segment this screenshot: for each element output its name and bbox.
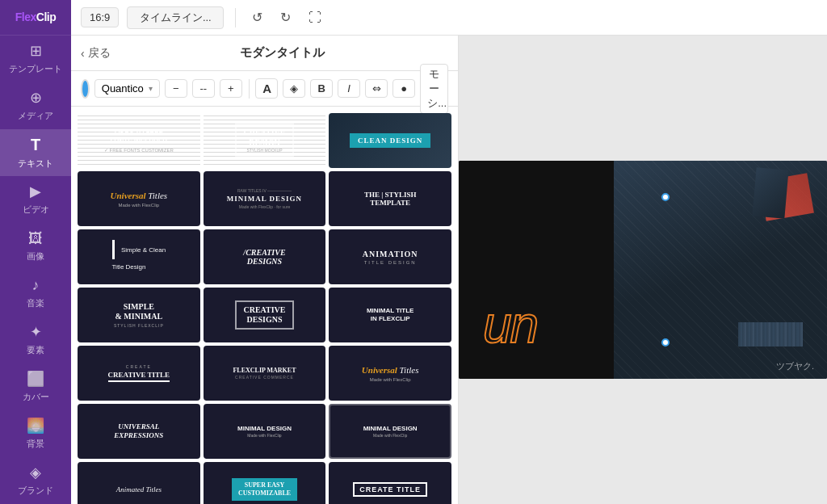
template-card[interactable]: /CREATIVEDESIGNS <box>204 229 326 284</box>
sidebar-item-label: テキスト <box>18 158 53 170</box>
template-card[interactable]: CREATIVEDESIGN STYLISH MOCKUP <box>204 113 326 168</box>
font-selector[interactable]: Quantico ▾ <box>94 79 160 98</box>
sidebar-item-text[interactable]: T テキスト <box>0 129 71 176</box>
back-label: 戻る <box>88 46 111 61</box>
media-icon: ⊕ <box>30 89 42 107</box>
sidebar-item-label: 要素 <box>27 344 44 356</box>
template-card[interactable]: RAW TITLES IV —————— MINIMAL DESIGN Made… <box>204 171 326 226</box>
sidebar-item-audio[interactable]: ♪ 音楽 <box>0 270 71 317</box>
template-card[interactable]: Universal Titles Made with FlexClip <box>78 171 200 226</box>
color-swatch[interactable] <box>81 79 90 99</box>
cover-icon: ⬜ <box>27 370 44 388</box>
template-card[interactable]: UNIVERSALEXPRESSIONS <box>78 404 200 459</box>
fill-color-button[interactable]: ◈ <box>283 79 305 98</box>
topbar: 16:9 タイムライン... ↺ ↻ ⛶ <box>71 0 827 36</box>
content-row: ‹ 戻る モダンタイトル Quantico ▾ − -- + A ◈ B I <box>71 36 827 504</box>
main-area: 16:9 タイムライン... ↺ ↻ ⛶ ‹ 戻る モダンタイトル Quanti… <box>71 0 827 504</box>
panel-title: モダンタイトル <box>117 45 448 61</box>
panel-header: ‹ 戻る モダンタイトル <box>71 36 458 71</box>
template-card[interactable]: Universal Titles Made with FlexClip <box>329 346 451 401</box>
font-size-value[interactable]: -- <box>192 79 215 98</box>
fullscreen-button[interactable]: ⛶ <box>304 7 326 28</box>
letter-spacing-button[interactable]: ⇔ <box>365 79 388 98</box>
text-icon: T <box>31 136 40 154</box>
canvas-watermark: ツブヤク. <box>776 360 814 372</box>
image-icon: 🖼 <box>28 230 43 247</box>
sidebar-item-video[interactable]: ▶ ビデオ <box>0 176 71 223</box>
canvas-preview: un ツブヤク. <box>459 161 827 379</box>
sidebar-item-background[interactable]: 🌅 背景 <box>0 410 71 457</box>
text-color-button[interactable]: A <box>255 78 278 99</box>
text-toolbar: Quantico ▾ − -- + A ◈ B I ⇔ ● モーシ... <box>71 71 458 107</box>
sidebar-item-label: 背景 <box>27 438 44 450</box>
selection-handle-top[interactable] <box>661 193 670 201</box>
template-card[interactable]: CREATIVEDESIGNS <box>204 288 326 342</box>
chevron-down-icon: ▾ <box>149 84 153 93</box>
audio-icon: ♪ <box>32 277 40 294</box>
template-card[interactable]: CREATE TITLE <box>329 462 451 504</box>
timeline-button[interactable]: タイムライン... <box>127 6 224 29</box>
undo-button[interactable]: ↺ <box>247 6 267 28</box>
background-icon: 🌅 <box>27 417 44 435</box>
canvas-area: ‹ un ツブヤク. <box>459 36 827 504</box>
sidebar-item-label: ブランド <box>18 485 53 497</box>
brand-icon: ◈ <box>30 464 41 481</box>
app-logo[interactable]: FlexClip <box>0 0 71 36</box>
template-card[interactable]: SIMPLE& MINIMAL STYLISH FLEXCLIP <box>78 288 200 342</box>
template-card[interactable]: MINIMAL DESIGN Made with FlexClip <box>204 404 326 459</box>
template-card[interactable]: MINIMAL TITLEIN FLEXCLIP <box>329 288 451 342</box>
templates-grid: LIKES TO FREEFONTS INCLUDED ✓ FREE FONTS… <box>71 107 458 504</box>
back-chevron-icon: ‹ <box>81 47 85 60</box>
template-panel: ‹ 戻る モダンタイトル Quantico ▾ − -- + A ◈ B I <box>71 36 459 504</box>
template-card[interactable]: ANIMATION TITLE DESIGN <box>329 229 451 284</box>
template-card[interactable]: LIKES TO FREEFONTS INCLUDED ✓ FREE FONTS… <box>78 113 200 168</box>
canvas-text[interactable]: un <box>483 295 537 355</box>
italic-button[interactable]: I <box>338 79 360 98</box>
font-name: Quantico <box>102 82 144 94</box>
font-size-plus-button[interactable]: + <box>220 79 242 98</box>
back-button[interactable]: ‹ 戻る <box>81 46 111 61</box>
effects-button[interactable]: ● <box>393 79 415 98</box>
sidebar-item-media[interactable]: ⊕ メディア <box>0 82 71 129</box>
topbar-separator <box>235 8 236 27</box>
template-card[interactable]: Simple & CleanTitle Design <box>78 229 200 284</box>
logo-text: FlexClip <box>15 10 56 23</box>
sidebar-item-image[interactable]: 🖼 画像 <box>0 223 71 270</box>
template-card[interactable]: THE | STYLISHTEMPLATE <box>329 171 451 226</box>
sidebar-item-label: テンプレート <box>9 63 62 75</box>
canvas-background <box>614 161 827 379</box>
sidebar-item-cover[interactable]: ⬜ カバー <box>0 363 71 410</box>
template-card[interactable]: CREATE CREATIVE TITLE <box>78 346 200 401</box>
aspect-ratio-button[interactable]: 16:9 <box>81 7 119 27</box>
template-card[interactable]: FLEXCLIP MARKET CREATIVE COMMERCE <box>204 346 326 401</box>
sidebar-item-label: 画像 <box>27 250 44 262</box>
template-icon: ⊞ <box>30 42 42 60</box>
sidebar-item-elements[interactable]: ✦ 要素 <box>0 317 71 363</box>
template-card[interactable]: CLEAN DESIGN <box>329 113 451 168</box>
template-card[interactable]: MINIMAL DESIGN Made with FlexClip <box>329 404 451 459</box>
sidebar-item-label: カバー <box>23 391 49 403</box>
bold-button[interactable]: B <box>310 79 333 98</box>
video-icon: ▶ <box>30 183 41 200</box>
sidebar-item-brand[interactable]: ◈ ブランド <box>0 457 71 504</box>
sidebar-item-label: 音楽 <box>27 297 44 309</box>
sidebar-item-label: ビデオ <box>23 204 49 216</box>
redo-button[interactable]: ↻ <box>275 6 296 28</box>
template-card[interactable]: SUPER EASYCUSTOMIZABLE <box>204 462 326 504</box>
sidebar-item-template[interactable]: ⊞ テンプレート <box>0 36 71 82</box>
sidebar: FlexClip ⊞ テンプレート ⊕ メディア T テキスト ▶ ビデオ 🖼 … <box>0 0 71 504</box>
elements-icon: ✦ <box>30 323 42 341</box>
font-size-minus-button[interactable]: − <box>165 79 187 98</box>
template-card[interactable]: Animated Titles <box>78 462 200 504</box>
sidebar-item-label: メディア <box>18 110 53 122</box>
selection-handle-bottom[interactable] <box>661 338 670 346</box>
